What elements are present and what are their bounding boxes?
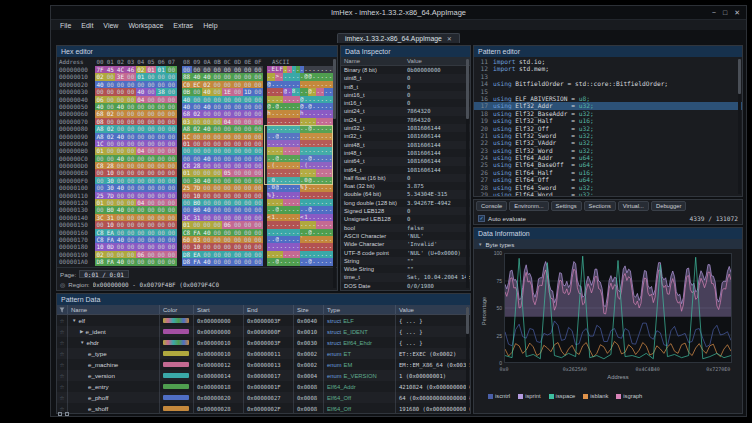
hex-byte[interactable]: 00 (166, 125, 176, 132)
hex-byte[interactable]: 00 (243, 110, 253, 117)
inspector-row[interactable]: Unsigned LEB1280 (341, 215, 470, 223)
hex-byte[interactable]: 00 (156, 169, 166, 176)
hex-scrollbar-thumb[interactable] (333, 59, 336, 119)
hex-byte[interactable]: 00 (253, 214, 263, 221)
hex-byte[interactable]: 00 (166, 140, 176, 147)
hex-byte[interactable]: 40 (192, 73, 202, 80)
hex-byte[interactable]: 00 (115, 169, 125, 176)
hex-byte[interactable]: 00 (232, 192, 242, 199)
editor-scrollbar-thumb[interactable] (738, 59, 741, 94)
code-line[interactable]: 24using Elf64_Addr = u64; (474, 154, 742, 161)
hex-byte[interactable]: 00 (232, 103, 242, 110)
hex-byte[interactable]: 00 (232, 66, 242, 73)
hex-byte[interactable]: 40 (202, 229, 212, 236)
hex-byte[interactable]: 00 (202, 140, 212, 147)
ascii-char[interactable]: . (328, 251, 332, 258)
hex-byte[interactable]: 40 (136, 88, 146, 95)
hex-byte[interactable]: 00 (126, 147, 136, 154)
hex-scrollbar[interactable] (333, 59, 336, 288)
code-line[interactable]: 11import std.io; (474, 58, 742, 65)
favorite-icon[interactable]: ☆ (57, 370, 68, 381)
hex-byte[interactable]: 00 (115, 214, 125, 221)
hex-byte[interactable]: 00 (126, 199, 136, 206)
hex-byte[interactable]: 00 (95, 184, 105, 191)
ascii-char[interactable]: . (328, 103, 332, 110)
hex-byte[interactable]: 00 (105, 81, 115, 88)
hex-byte[interactable]: 00 (146, 192, 156, 199)
hex-byte[interactable]: 00 (253, 251, 263, 258)
hex-byte[interactable]: 00 (105, 140, 115, 147)
hex-byte[interactable]: 00 (192, 88, 202, 95)
pattern-row[interactable]: ☆e_version0x000000140x000000170x0004enum… (57, 370, 470, 381)
hex-byte[interactable]: 00 (253, 96, 263, 103)
ascii-char[interactable]: . (328, 229, 332, 236)
hex-byte[interactable]: 0B (182, 88, 192, 95)
hex-byte[interactable]: 40 (202, 206, 212, 213)
hex-byte[interactable]: 00 (166, 177, 176, 184)
hex-byte[interactable]: 00 (232, 133, 242, 140)
favorite-icon[interactable]: ☆ (57, 326, 68, 337)
hex-byte[interactable]: 00 (212, 199, 222, 206)
menu-item-file[interactable]: File (55, 22, 76, 29)
console-tab-sections[interactable]: Sections (584, 201, 616, 211)
hex-byte[interactable]: 00 (202, 214, 212, 221)
inspector-row[interactable]: Signed LEB1280 (341, 207, 470, 215)
hex-byte[interactable]: 40 (115, 258, 125, 265)
tab-appimage[interactable]: imhex-1.33.2-x86_64.AppImage ✕ (337, 33, 460, 43)
ascii-char[interactable]: . (328, 140, 332, 147)
pattern-row[interactable]: ☆e_machine0x000000120x000000130x0002enum… (57, 359, 470, 370)
hex-byte[interactable]: 00 (232, 184, 242, 191)
hex-byte[interactable]: FA (105, 258, 115, 265)
hex-byte[interactable]: 00 (253, 192, 263, 199)
hex-byte[interactable]: 00 (146, 118, 156, 125)
hex-byte[interactable]: 00 (212, 140, 222, 147)
hex-byte[interactable]: 00 (105, 251, 115, 258)
hex-byte[interactable]: 00 (253, 81, 263, 88)
hex-byte[interactable]: 00 (95, 221, 105, 228)
hex-byte[interactable]: 40 (202, 177, 212, 184)
hex-byte[interactable]: 00 (253, 243, 263, 250)
hex-byte[interactable]: D8 (182, 251, 192, 258)
hex-byte[interactable]: 00 (182, 155, 192, 162)
hex-byte[interactable]: 00 (253, 110, 263, 117)
hex-byte[interactable]: 60 (182, 236, 192, 243)
hex-byte[interactable]: 00 (202, 221, 212, 228)
hex-byte[interactable]: 00 (232, 243, 242, 250)
pattern-row[interactable]: ☆e_entry0x000000180x0000001F0x0008Elf64_… (57, 381, 470, 392)
hex-byte[interactable]: 00 (192, 96, 202, 103)
hex-byte[interactable]: 03 (192, 236, 202, 243)
hex-byte[interactable]: 00 (222, 236, 232, 243)
hex-byte[interactable]: 00 (253, 88, 263, 95)
hex-byte[interactable]: 00 (202, 96, 212, 103)
hex-byte[interactable]: 00 (222, 184, 232, 191)
hex-byte[interactable]: 40 (95, 81, 105, 88)
hex-byte[interactable]: 00 (202, 162, 212, 169)
inspector-row[interactable]: int32_t1081606144 (341, 132, 470, 140)
code-line[interactable]: 21using Elf32_Sword = u32; (474, 132, 742, 139)
hex-byte[interactable]: 00 (115, 221, 125, 228)
hex-byte[interactable]: 10 (105, 169, 115, 176)
hex-byte[interactable]: 00 (166, 81, 176, 88)
ascii-char[interactable]: . (328, 118, 332, 125)
ascii-char[interactable]: . (328, 110, 332, 117)
hex-byte[interactable]: 00 (232, 73, 242, 80)
hex-byte[interactable]: 00 (243, 251, 253, 258)
ascii-char[interactable]: . (328, 206, 332, 213)
hex-byte[interactable]: 00 (156, 140, 166, 147)
hex-byte[interactable]: 25 (182, 184, 192, 191)
hex-byte[interactable]: 46 (126, 66, 136, 73)
hex-byte[interactable]: 00 (212, 243, 222, 250)
col-start[interactable]: Start (194, 305, 244, 314)
hex-byte[interactable]: 00 (166, 236, 176, 243)
console-tab-environm[interactable]: Environm... (509, 201, 548, 211)
hex-byte[interactable]: 00 (156, 199, 166, 206)
hex-byte[interactable]: 00 (115, 140, 125, 147)
hex-byte[interactable]: 7D (192, 184, 202, 191)
hex-byte[interactable]: 00 (95, 155, 105, 162)
hex-byte[interactable]: 00 (192, 147, 202, 154)
hex-byte[interactable]: 00 (222, 66, 232, 73)
hex-byte[interactable]: 00 (192, 66, 202, 73)
hex-byte[interactable]: 00 (202, 243, 212, 250)
hex-byte[interactable]: 40 (115, 206, 125, 213)
hex-byte[interactable]: 00 (146, 133, 156, 140)
